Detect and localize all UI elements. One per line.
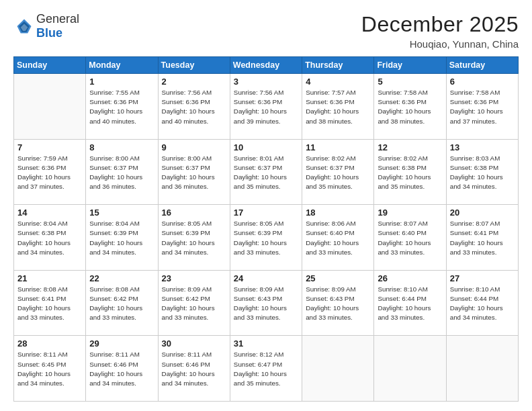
day-number: 26 (378, 273, 442, 283)
day-info: Sunrise: 8:00 AM Sunset: 6:37 PM Dayligh… (89, 154, 154, 192)
calendar-cell: 13Sunrise: 8:03 AM Sunset: 6:38 PM Dayli… (446, 139, 518, 205)
day-number: 30 (162, 338, 226, 349)
day-number: 19 (378, 208, 442, 218)
day-info: Sunrise: 8:11 AM Sunset: 6:45 PM Dayligh… (17, 350, 82, 388)
day-number: 13 (450, 142, 515, 152)
day-number: 25 (306, 273, 370, 283)
calendar-cell: 14Sunrise: 8:04 AM Sunset: 6:38 PM Dayli… (14, 205, 86, 271)
day-number: 29 (89, 338, 154, 349)
day-info: Sunrise: 8:05 AM Sunset: 6:39 PM Dayligh… (234, 219, 298, 257)
day-info: Sunrise: 7:56 AM Sunset: 6:36 PM Dayligh… (162, 88, 226, 126)
month-title: December 2025 (361, 12, 519, 37)
day-info: Sunrise: 8:07 AM Sunset: 6:40 PM Dayligh… (378, 219, 442, 257)
weekday-header-row: Sunday Monday Tuesday Wednesday Thursday… (14, 57, 519, 74)
header-friday: Friday (374, 57, 446, 74)
header-sunday: Sunday (14, 57, 86, 74)
day-number: 14 (17, 208, 82, 218)
day-info: Sunrise: 8:10 AM Sunset: 6:44 PM Dayligh… (450, 285, 515, 323)
day-info: Sunrise: 7:58 AM Sunset: 6:36 PM Dayligh… (450, 88, 515, 126)
day-number: 31 (234, 338, 298, 349)
day-number: 2 (162, 77, 226, 87)
day-number: 16 (162, 208, 226, 218)
day-number: 27 (450, 273, 515, 283)
calendar-cell: 2Sunrise: 7:56 AM Sunset: 6:36 PM Daylig… (158, 74, 230, 140)
logo-blue: Blue (36, 26, 79, 40)
calendar-cell: 26Sunrise: 8:10 AM Sunset: 6:44 PM Dayli… (374, 270, 446, 336)
calendar-cell: 15Sunrise: 8:04 AM Sunset: 6:39 PM Dayli… (86, 205, 158, 271)
day-info: Sunrise: 8:05 AM Sunset: 6:39 PM Dayligh… (162, 219, 226, 257)
day-info: Sunrise: 8:11 AM Sunset: 6:46 PM Dayligh… (162, 350, 226, 388)
calendar-table: Sunday Monday Tuesday Wednesday Thursday… (13, 56, 519, 402)
calendar-cell: 12Sunrise: 8:02 AM Sunset: 6:38 PM Dayli… (374, 139, 446, 205)
header-thursday: Thursday (302, 57, 374, 74)
calendar-cell: 27Sunrise: 8:10 AM Sunset: 6:44 PM Dayli… (446, 270, 518, 336)
calendar-cell: 28Sunrise: 8:11 AM Sunset: 6:45 PM Dayli… (14, 336, 86, 402)
calendar-cell: 4Sunrise: 7:57 AM Sunset: 6:36 PM Daylig… (302, 74, 374, 140)
calendar-cell: 22Sunrise: 8:08 AM Sunset: 6:42 PM Dayli… (86, 270, 158, 336)
day-info: Sunrise: 8:11 AM Sunset: 6:46 PM Dayligh… (89, 350, 154, 388)
calendar-cell (374, 336, 446, 402)
calendar-cell: 10Sunrise: 8:01 AM Sunset: 6:37 PM Dayli… (230, 139, 302, 205)
day-info: Sunrise: 8:09 AM Sunset: 6:43 PM Dayligh… (234, 285, 298, 323)
day-info: Sunrise: 8:02 AM Sunset: 6:38 PM Dayligh… (378, 154, 442, 192)
day-number: 11 (306, 142, 370, 152)
calendar-cell: 9Sunrise: 8:00 AM Sunset: 6:37 PM Daylig… (158, 139, 230, 205)
calendar-cell (14, 74, 86, 140)
logo-general: General (36, 12, 79, 26)
day-info: Sunrise: 8:00 AM Sunset: 6:37 PM Dayligh… (162, 154, 226, 192)
logo-text: General Blue (36, 12, 79, 40)
day-info: Sunrise: 8:07 AM Sunset: 6:41 PM Dayligh… (450, 219, 515, 257)
day-number: 12 (378, 142, 442, 152)
day-info: Sunrise: 8:09 AM Sunset: 6:42 PM Dayligh… (162, 285, 226, 323)
calendar-cell: 25Sunrise: 8:09 AM Sunset: 6:43 PM Dayli… (302, 270, 374, 336)
day-info: Sunrise: 8:04 AM Sunset: 6:39 PM Dayligh… (89, 219, 154, 257)
day-info: Sunrise: 7:59 AM Sunset: 6:36 PM Dayligh… (17, 154, 82, 192)
day-number: 7 (17, 142, 82, 152)
day-info: Sunrise: 8:04 AM Sunset: 6:38 PM Dayligh… (17, 219, 82, 257)
calendar-week-row: 28Sunrise: 8:11 AM Sunset: 6:45 PM Dayli… (14, 336, 519, 402)
calendar-cell: 6Sunrise: 7:58 AM Sunset: 6:36 PM Daylig… (446, 74, 518, 140)
day-info: Sunrise: 8:08 AM Sunset: 6:41 PM Dayligh… (17, 285, 82, 323)
day-number: 10 (234, 142, 298, 152)
day-number: 6 (450, 77, 515, 87)
calendar-cell: 24Sunrise: 8:09 AM Sunset: 6:43 PM Dayli… (230, 270, 302, 336)
day-number: 5 (378, 77, 442, 87)
calendar-cell: 3Sunrise: 7:56 AM Sunset: 6:36 PM Daylig… (230, 74, 302, 140)
day-number: 28 (17, 338, 82, 349)
day-number: 20 (450, 208, 515, 218)
day-number: 1 (89, 77, 154, 87)
header-tuesday: Tuesday (158, 57, 230, 74)
day-number: 15 (89, 208, 154, 218)
day-info: Sunrise: 7:58 AM Sunset: 6:36 PM Dayligh… (378, 88, 442, 126)
day-info: Sunrise: 8:09 AM Sunset: 6:43 PM Dayligh… (306, 285, 370, 323)
calendar-cell: 11Sunrise: 8:02 AM Sunset: 6:37 PM Dayli… (302, 139, 374, 205)
calendar-cell: 8Sunrise: 8:00 AM Sunset: 6:37 PM Daylig… (86, 139, 158, 205)
header-monday: Monday (86, 57, 158, 74)
calendar-cell (446, 336, 518, 402)
day-info: Sunrise: 8:06 AM Sunset: 6:40 PM Dayligh… (306, 219, 370, 257)
title-block: December 2025 Houqiao, Yunnan, China (361, 12, 519, 50)
calendar-cell: 20Sunrise: 8:07 AM Sunset: 6:41 PM Dayli… (446, 205, 518, 271)
header: General Blue December 2025 Houqiao, Yunn… (13, 12, 519, 50)
day-number: 4 (306, 77, 370, 87)
day-number: 18 (306, 208, 370, 218)
day-info: Sunrise: 8:10 AM Sunset: 6:44 PM Dayligh… (378, 285, 442, 323)
day-number: 8 (89, 142, 154, 152)
calendar-cell: 23Sunrise: 8:09 AM Sunset: 6:42 PM Dayli… (158, 270, 230, 336)
day-info: Sunrise: 8:01 AM Sunset: 6:37 PM Dayligh… (234, 154, 298, 192)
calendar-cell: 31Sunrise: 8:12 AM Sunset: 6:47 PM Dayli… (230, 336, 302, 402)
calendar-week-row: 14Sunrise: 8:04 AM Sunset: 6:38 PM Dayli… (14, 205, 519, 271)
calendar-cell: 16Sunrise: 8:05 AM Sunset: 6:39 PM Dayli… (158, 205, 230, 271)
calendar-week-row: 1Sunrise: 7:55 AM Sunset: 6:36 PM Daylig… (14, 74, 519, 140)
day-number: 23 (162, 273, 226, 283)
calendar-week-row: 7Sunrise: 7:59 AM Sunset: 6:36 PM Daylig… (14, 139, 519, 205)
calendar-cell: 17Sunrise: 8:05 AM Sunset: 6:39 PM Dayli… (230, 205, 302, 271)
page: General Blue December 2025 Houqiao, Yunn… (0, 0, 532, 411)
calendar-cell: 21Sunrise: 8:08 AM Sunset: 6:41 PM Dayli… (14, 270, 86, 336)
logo: General Blue (13, 12, 79, 40)
calendar-cell: 30Sunrise: 8:11 AM Sunset: 6:46 PM Dayli… (158, 336, 230, 402)
day-info: Sunrise: 8:02 AM Sunset: 6:37 PM Dayligh… (306, 154, 370, 192)
header-wednesday: Wednesday (230, 57, 302, 74)
header-saturday: Saturday (446, 57, 518, 74)
calendar-cell (302, 336, 374, 402)
